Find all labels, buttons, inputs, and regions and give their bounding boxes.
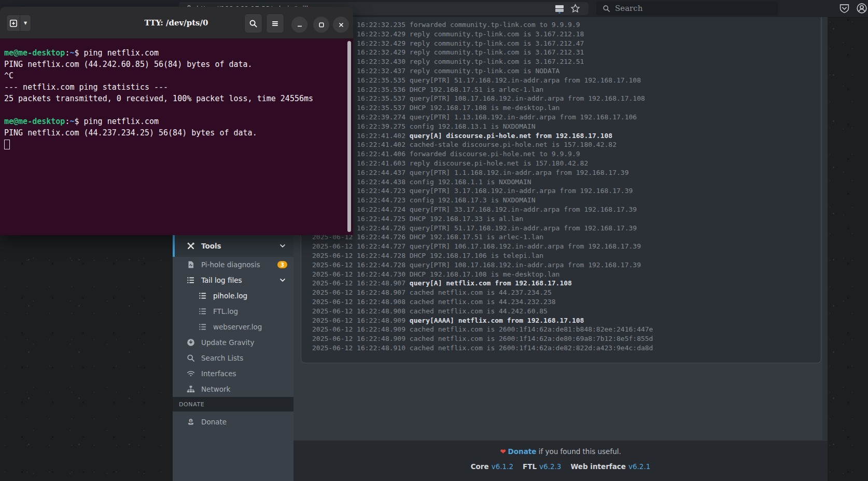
sidebar-item-interfaces[interactable]: Interfaces (173, 366, 293, 381)
heart-icon: ❤ (500, 447, 506, 456)
search-placeholder: Search (615, 4, 642, 13)
terminal-window: ▼ TTY: /dev/pts/0 me@me-desktop:~$ ping … (0, 7, 353, 235)
account-icon[interactable] (856, 3, 867, 14)
log-line: 2025-06-12 16:22:44.725 DHCP 192.168.17.… (312, 214, 821, 224)
diagnosis-icon (187, 260, 195, 269)
terminal-line: PING netflix.com (44.237.234.25) 56(84) … (4, 127, 353, 139)
log-line: 2025-06-12 16:22:48.909 cached netflix.c… (312, 325, 821, 334)
close-icon[interactable] (333, 17, 349, 33)
log-line: 2025-06-12 16:22:44.437 query[PTR] 1.1.1… (312, 168, 821, 177)
sidebar-item-label: Search Lists (201, 354, 243, 362)
search-icon (603, 5, 610, 12)
log-line: 2025-06-12 16:22:32.235 forwarded commun… (312, 20, 821, 30)
sidebar-item-label: Network (201, 385, 230, 393)
log-line: 2025-06-12 16:22:48.909 cached netflix.c… (312, 334, 821, 343)
terminal-line: --- netflix.com ping statistics --- (4, 81, 353, 93)
log-line: 2025-06-12 16:22:35.537 query[PTR] 108.1… (312, 94, 821, 103)
terminal-line: PING netflix.com (44.242.60.85) 56(84) b… (4, 59, 353, 70)
log-line: 2025-06-12 16:22:32.437 reply community.… (312, 66, 821, 76)
terminal-scrollbar[interactable] (347, 41, 351, 232)
new-tab-button[interactable] (6, 15, 20, 32)
log-line: 2025-06-12 16:22:39.275 config 192.168.1… (312, 122, 821, 131)
version-info: Corev6.1.2FTLv6.2.3Web interfacev6.2.1 (293, 462, 828, 471)
tools-icon (187, 242, 195, 250)
donate-icon: $ (187, 418, 195, 426)
list-icon (199, 307, 207, 315)
component-version-link[interactable]: v6.1.2 (492, 462, 513, 471)
sidebar-nav: ToolsPi-hole diagnosis3Tail log filespih… (173, 235, 293, 432)
donate-message: ❤Donate if you found this useful. (293, 447, 828, 456)
search-bar[interactable]: Search (596, 2, 778, 16)
terminal-search-button[interactable] (244, 13, 262, 33)
terminal-titlebar[interactable]: ▼ TTY: /dev/pts/0 (0, 7, 353, 39)
bookmark-star-icon[interactable] (570, 4, 580, 13)
terminal-line: 25 packets transmitted, 0 received, 100%… (4, 93, 353, 104)
log-line: 2025-06-12 16:22:41.406 forwarded discou… (312, 149, 821, 159)
desktop: https://192.168.17.33/admin/taillog Sear… (0, 0, 868, 481)
sidebar-item-webserver-log[interactable]: webserver.log (173, 319, 293, 335)
log-line: 2025-06-12 16:22:32.429 reply community.… (312, 39, 821, 48)
log-line: 2025-06-12 16:22:41.603 reply discourse.… (312, 159, 821, 168)
log-line: 2025-06-12 16:22:48.910 cached netflix.c… (312, 343, 821, 353)
download-icon (187, 338, 195, 347)
sidebar-item-label: Tail log files (201, 276, 242, 284)
component-name: Web interface (570, 462, 626, 471)
sidebar-item-label: webserver.log (213, 323, 262, 331)
sidebar-item-label: Donate (201, 418, 227, 426)
component-version-link[interactable]: v6.2.3 (539, 462, 561, 471)
sidebar-item-label: Tools (201, 242, 221, 250)
server-icon[interactable] (554, 4, 565, 14)
maximize-button[interactable] (313, 17, 329, 33)
log-line: 2025-06-12 16:22:44.726 DHCP 192.168.17.… (312, 232, 821, 242)
terminal-line (4, 139, 353, 150)
component-name: Core (471, 462, 489, 471)
sidebar-item-label: pihole.log (213, 292, 247, 300)
log-line: 2025-06-12 16:22:44.728 DHCP 192.168.17.… (312, 251, 821, 260)
log-line: 2025-06-12 16:22:48.908 cached netflix.c… (312, 297, 821, 307)
new-tab-dropdown[interactable]: ▼ (20, 15, 31, 32)
list-icon (199, 323, 207, 331)
log-line: 2025-06-12 16:22:32.430 reply community.… (312, 57, 821, 66)
sidebar-item-tools[interactable]: Tools (173, 235, 293, 257)
sidebar-item-network[interactable]: Network (173, 381, 293, 397)
log-line: 2025-06-12 16:22:41.402 query[A] discour… (312, 131, 821, 141)
donate-message-rest: if you found this useful. (536, 447, 621, 456)
terminal-line (4, 104, 353, 116)
sidebar-item-search-lists[interactable]: Search Lists (173, 350, 293, 366)
sidebar-item-pihole-diagnosis[interactable]: Pi-hole diagnosis3 (173, 257, 293, 272)
sidebar-item-label: Pi-hole diagnosis (201, 260, 260, 269)
log-line: 2025-06-12 16:22:48.908 cached netflix.c… (312, 307, 821, 316)
sidebar-item-ftl-log[interactable]: FTL.log (173, 304, 293, 319)
page-scrollbar[interactable] (822, 17, 828, 481)
terminal-line: me@me-desktop:~$ ping netflix.com (4, 116, 353, 127)
donate-link[interactable]: Donate (508, 447, 537, 456)
sitemap-icon (187, 385, 195, 393)
sidebar-item-label: FTL.log (213, 307, 238, 315)
log-line: 2025-06-12 16:22:44.724 query[PTR] 33.17… (312, 205, 821, 214)
log-line: 2025-06-12 16:22:35.535 query[PTR] 51.17… (312, 76, 821, 85)
log-line: 2025-06-12 16:22:48.907 cached netflix.c… (312, 288, 821, 297)
log-line: 2025-06-12 16:22:44.723 query[PTR] 3.17.… (312, 186, 821, 196)
component-version-link[interactable]: v6.2.1 (628, 462, 650, 471)
list-icon (199, 292, 207, 300)
log-panel: 2025-06-12 16:22:32.235 forwarded commun… (301, 17, 821, 363)
sidebar-item-tail-log-files[interactable]: Tail log files (173, 272, 293, 288)
sidebar-item-pihole-log[interactable]: pihole.log (173, 288, 293, 304)
search-icon (187, 354, 195, 362)
log-line: 2025-06-12 16:22:32.429 reply community.… (312, 30, 821, 39)
log-line: 2025-06-12 16:22:35.536 DHCP 192.168.17.… (312, 85, 821, 94)
pocket-shield-icon[interactable] (839, 3, 850, 14)
sidebar-item-update-gravity[interactable]: Update Gravity (173, 335, 293, 350)
terminal-body[interactable]: me@me-desktop:~$ ping netflix.comPING ne… (0, 39, 353, 235)
log-line: 2025-06-12 16:22:48.909 query[AAAA] netf… (312, 316, 821, 325)
log-line: 2025-06-12 16:22:48.907 query[A] netflix… (312, 279, 821, 288)
minimize-button[interactable] (291, 17, 307, 33)
log-line: 2025-06-12 16:22:44.723 config 192.168.1… (312, 196, 821, 205)
log-line: 2025-06-12 16:22:35.537 DHCP 192.168.17.… (312, 103, 821, 113)
sidebar-item-donate-header: DONATE (173, 397, 293, 411)
log-line: 2025-06-12 16:22:44.728 query[PTR] 108.1… (312, 260, 821, 270)
page-footer: ❤Donate if you found this useful. Corev6… (293, 440, 828, 481)
sidebar-item-donate[interactable]: $Donate (173, 411, 293, 432)
component-name: FTL (523, 462, 537, 471)
terminal-menu-button[interactable] (266, 13, 284, 33)
